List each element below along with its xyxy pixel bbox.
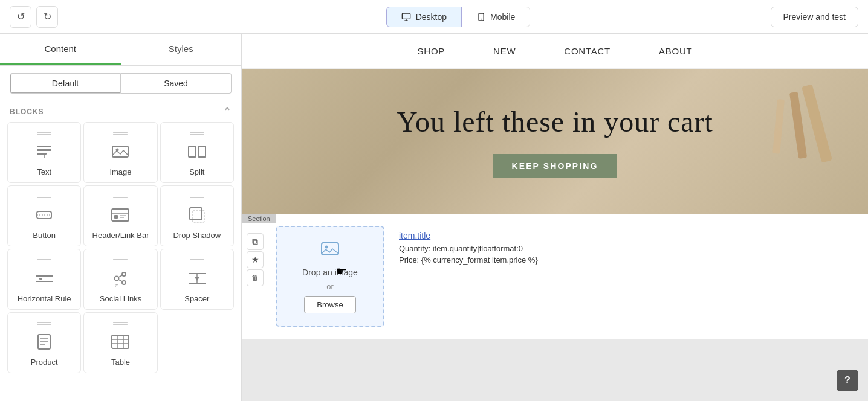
block-button[interactable]: Button (7, 185, 81, 246)
block-social-links-label: Social Links (100, 294, 141, 303)
drag-handle (190, 132, 204, 135)
blocks-collapse-icon[interactable]: ⌃ (223, 106, 232, 117)
redo-button[interactable]: ↻ (36, 6, 58, 28)
svg-rect-47 (322, 243, 338, 255)
tab-styles[interactable]: Styles (121, 34, 242, 65)
svg-line-28 (118, 280, 122, 281)
sidebar-tabs: Content Styles (0, 34, 241, 66)
spacer-block-icon (186, 268, 208, 289)
nav-item-about[interactable]: ABOUT (659, 46, 692, 56)
saved-button[interactable]: Saved (121, 73, 232, 94)
header-link-bar-block-icon (109, 204, 131, 226)
table-block-icon (109, 331, 131, 353)
block-drop-shadow[interactable]: Drop Shadow (160, 185, 234, 246)
svg-text:#: # (115, 283, 118, 288)
item-quantity: Quantity: item.quantity|floatformat:0 (399, 244, 856, 253)
svg-rect-19 (190, 208, 202, 220)
desktop-label: Desktop (416, 12, 447, 22)
block-image[interactable]: Image (83, 122, 157, 183)
block-social-links[interactable]: # Social Links (83, 249, 157, 310)
svg-rect-35 (38, 335, 50, 349)
drag-handle (190, 196, 204, 198)
svg-rect-14 (112, 209, 129, 221)
help-button[interactable]: ? (837, 370, 858, 391)
desktop-icon (401, 12, 411, 22)
block-split-label: Split (189, 167, 204, 176)
help-icon: ? (844, 375, 850, 386)
desktop-button[interactable]: Desktop (386, 7, 462, 27)
text-block-icon: T (33, 141, 55, 162)
mobile-button[interactable]: Mobile (462, 7, 530, 27)
nav-item-contact[interactable]: CONTACT (564, 46, 611, 56)
nav-item-shop[interactable]: SHOP (418, 46, 445, 56)
canvas-inner: SHOP NEW CONTACT ABOUT You left these in… (242, 34, 868, 401)
block-horizontal-rule-label: Horizontal Rule (18, 294, 71, 303)
svg-rect-22 (39, 278, 42, 280)
undo-icon: ↺ (17, 11, 25, 22)
delete-icon: 🗑 (251, 274, 259, 282)
svg-rect-0 (402, 13, 410, 19)
block-spacer[interactable]: Spacer (160, 249, 234, 310)
mobile-label: Mobile (490, 12, 515, 22)
content-section: Section ⧉ ★ 🗑 (242, 214, 868, 339)
image-drop-zone[interactable]: Drop an image or Browse (276, 226, 384, 327)
drag-handle (113, 132, 128, 135)
block-product[interactable]: Product (7, 312, 81, 373)
drag-handle (190, 259, 204, 261)
toolbar-undo-redo: ↺ ↻ (10, 6, 58, 28)
section-favorite-button[interactable]: ★ (247, 251, 264, 268)
section-content: Drop an image or Browse item.title Quant… (242, 214, 868, 339)
block-image-label: Image (109, 167, 131, 176)
preview-button[interactable]: Preview and test (771, 7, 859, 27)
drop-image-text: Drop an image (302, 268, 358, 277)
split-block-icon (186, 141, 208, 162)
svg-point-26 (122, 281, 126, 284)
block-button-label: Button (33, 231, 56, 240)
hero-content: You left these in your cart KEEP SHOPPIN… (242, 80, 868, 202)
block-product-label: Product (31, 358, 58, 367)
svg-rect-11 (198, 146, 206, 157)
svg-line-27 (118, 275, 122, 277)
section-badge: Section (242, 214, 276, 223)
button-block-icon (33, 204, 55, 226)
star-icon: ★ (251, 255, 259, 265)
block-horizontal-rule[interactable]: Horizontal Rule (7, 249, 81, 310)
drag-handle (37, 196, 51, 198)
hero-cta-button[interactable]: KEEP SHOPPING (493, 154, 618, 178)
or-text: or (326, 282, 334, 291)
toolbar: ↺ ↻ Desktop Mobile Preview and test (0, 0, 868, 34)
drag-handle (113, 196, 128, 198)
undo-button[interactable]: ↺ (10, 6, 31, 28)
nav-item-new[interactable]: NEW (493, 46, 516, 56)
browse-button[interactable]: Browse (304, 296, 355, 313)
block-spacer-label: Spacer (184, 294, 209, 303)
drop-zone-icon (320, 239, 340, 263)
copy-icon: ⧉ (252, 237, 258, 247)
section-delete-button[interactable]: 🗑 (247, 269, 264, 286)
sidebar: Content Styles Default Saved BLOCKS ⌃ (0, 34, 242, 401)
block-split[interactable]: Split (160, 122, 234, 183)
hero-section: You left these in your cart KEEP SHOPPIN… (242, 69, 868, 214)
section-copy-button[interactable]: ⧉ (247, 233, 264, 250)
preview-label: Preview and test (783, 12, 846, 22)
svg-rect-39 (112, 335, 129, 348)
mobile-icon (477, 12, 485, 22)
svg-rect-4 (37, 146, 51, 147)
main-layout: Content Styles Default Saved BLOCKS ⌃ (0, 34, 868, 401)
block-drop-shadow-label: Drop Shadow (173, 231, 221, 240)
block-header-link-bar[interactable]: Header/Link Bar (83, 185, 157, 246)
drag-handle (113, 322, 128, 325)
drag-handle (113, 259, 128, 261)
block-header-link-bar-label: Header/Link Bar (92, 231, 149, 240)
svg-point-48 (325, 246, 328, 249)
block-text[interactable]: T Text (7, 122, 81, 183)
horizontal-rule-block-icon (33, 268, 55, 289)
block-table[interactable]: Table (83, 312, 157, 373)
drop-shadow-block-icon (186, 204, 208, 226)
section-action-buttons: ⧉ ★ 🗑 (242, 228, 268, 291)
default-button[interactable]: Default (10, 73, 121, 94)
tab-content[interactable]: Content (0, 34, 121, 65)
blocks-header: BLOCKS ⌃ (0, 101, 241, 120)
blocks-grid: T Text Image (0, 120, 241, 380)
svg-point-24 (115, 277, 119, 281)
